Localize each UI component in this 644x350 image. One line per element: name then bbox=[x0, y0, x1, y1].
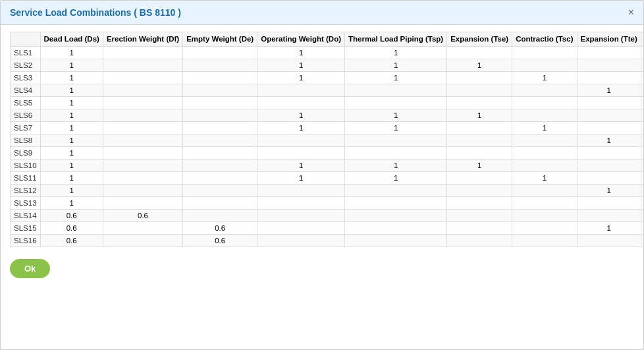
cell-value bbox=[103, 59, 182, 71]
cell-value bbox=[447, 84, 512, 96]
cell-value: 1 bbox=[345, 109, 447, 121]
row-label: SLS10 bbox=[11, 159, 41, 171]
cell-value: 1 bbox=[641, 196, 643, 209]
row-label: SLS15 bbox=[11, 221, 41, 234]
cell-value bbox=[257, 221, 345, 234]
cell-value: 1 bbox=[40, 84, 103, 96]
cell-value bbox=[183, 184, 257, 196]
row-label: SLS11 bbox=[11, 171, 41, 184]
cell-value bbox=[577, 109, 641, 121]
cell-value bbox=[512, 109, 577, 121]
row-label: SLS13 bbox=[11, 196, 41, 209]
cell-value bbox=[577, 171, 641, 184]
cell-value: 0.6 bbox=[183, 221, 257, 234]
cell-value bbox=[103, 234, 182, 247]
cell-value bbox=[447, 184, 512, 196]
column-header: Dead Load (Ds) bbox=[40, 32, 103, 47]
cell-value: 1 bbox=[40, 59, 103, 71]
cell-value bbox=[103, 84, 182, 96]
cell-value: 1 bbox=[257, 59, 345, 71]
cell-value: 1 bbox=[257, 46, 345, 59]
cell-value: 1 bbox=[40, 71, 103, 84]
table-row: SLS13110.75 bbox=[11, 196, 644, 209]
cell-value bbox=[447, 234, 512, 247]
table-row: SLS12110.75 bbox=[11, 184, 644, 196]
table-row: SLS160.60.61 bbox=[11, 234, 644, 247]
cell-value: 1 bbox=[40, 109, 103, 121]
cell-value: 1 bbox=[577, 84, 641, 96]
cell-value bbox=[512, 84, 577, 96]
cell-value bbox=[577, 121, 641, 134]
row-label: SLS14 bbox=[11, 209, 41, 221]
cell-value bbox=[345, 84, 447, 96]
cell-value bbox=[183, 159, 257, 171]
row-label: SLS1 bbox=[11, 46, 41, 59]
cell-value: 1 bbox=[257, 171, 345, 184]
cell-value bbox=[183, 134, 257, 146]
table-row: SLS21111 bbox=[11, 59, 644, 71]
cell-value: 1 bbox=[40, 46, 103, 59]
column-header bbox=[11, 32, 41, 47]
row-label: SLS7 bbox=[11, 121, 41, 134]
ok-button[interactable]: Ok bbox=[10, 259, 50, 278]
cell-value bbox=[577, 146, 641, 159]
column-header: Erection Weight (Df) bbox=[103, 32, 182, 47]
column-header: Operating Weight (Do) bbox=[257, 32, 345, 47]
cell-value bbox=[512, 134, 577, 146]
close-button[interactable]: × bbox=[628, 7, 634, 18]
cell-value bbox=[345, 96, 447, 109]
column-header: Contractio (Ttc) bbox=[641, 32, 643, 47]
cell-value bbox=[641, 46, 643, 59]
cell-value: 1 bbox=[577, 134, 641, 146]
cell-value: 1 bbox=[345, 159, 447, 171]
cell-value: 1 bbox=[345, 71, 447, 84]
cell-value bbox=[641, 209, 643, 221]
cell-value bbox=[641, 159, 643, 171]
cell-value: 1 bbox=[257, 159, 345, 171]
row-label: SLS2 bbox=[11, 59, 41, 71]
cell-value: 1 bbox=[257, 121, 345, 134]
cell-value: 1 bbox=[641, 146, 643, 159]
cell-value: 1 bbox=[40, 121, 103, 134]
cell-value bbox=[345, 234, 447, 247]
cell-value bbox=[345, 209, 447, 221]
cell-value: 1 bbox=[447, 109, 512, 121]
table-row: SLS611111 bbox=[11, 109, 644, 121]
cell-value bbox=[447, 196, 512, 209]
cell-value: 1 bbox=[577, 184, 641, 196]
cell-value bbox=[577, 159, 641, 171]
cell-value bbox=[103, 146, 182, 159]
table-row: SLS8111 bbox=[11, 134, 644, 146]
cell-value bbox=[641, 84, 643, 96]
table-row: SLS150.60.61 bbox=[11, 221, 644, 234]
table-body: SLS1111SLS21111SLS31111SLS411SLS511SLS61… bbox=[11, 46, 644, 247]
cell-value: 1 bbox=[40, 159, 103, 171]
cell-value bbox=[447, 96, 512, 109]
table-row: SLS31111 bbox=[11, 71, 644, 84]
row-label: SLS5 bbox=[11, 96, 41, 109]
cell-value bbox=[512, 159, 577, 171]
row-label: SLS12 bbox=[11, 184, 41, 196]
cell-value: 1 bbox=[577, 221, 641, 234]
cell-value bbox=[103, 121, 182, 134]
cell-value bbox=[103, 196, 182, 209]
cell-value bbox=[183, 71, 257, 84]
cell-value bbox=[103, 134, 182, 146]
cell-value: 1 bbox=[641, 234, 643, 247]
cell-value: 1 bbox=[40, 96, 103, 109]
cell-value bbox=[183, 209, 257, 221]
cell-value bbox=[257, 84, 345, 96]
cell-value bbox=[512, 46, 577, 59]
cell-value bbox=[103, 184, 182, 196]
row-label: SLS9 bbox=[11, 146, 41, 159]
cell-value bbox=[103, 171, 182, 184]
cell-value bbox=[641, 134, 643, 146]
cell-value bbox=[257, 134, 345, 146]
cell-value: 0.6 bbox=[183, 234, 257, 247]
cell-value bbox=[577, 234, 641, 247]
cell-value bbox=[577, 209, 641, 221]
cell-value: 1 bbox=[345, 171, 447, 184]
cell-value bbox=[512, 234, 577, 247]
cell-value bbox=[641, 221, 643, 234]
cell-value bbox=[257, 184, 345, 196]
